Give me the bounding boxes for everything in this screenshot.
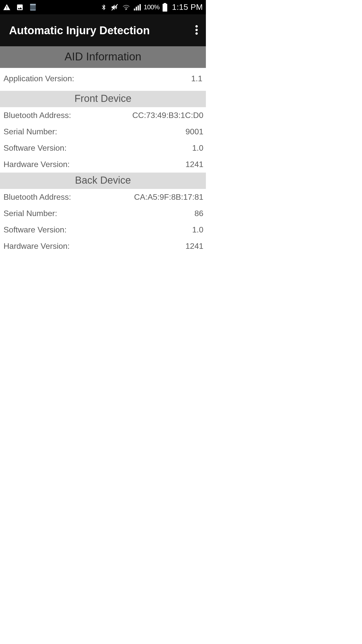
section-header-back-device: Back Device: [0, 173, 206, 189]
wifi-icon: [122, 4, 130, 11]
row-app-version: Application Version: 1.1: [0, 68, 206, 89]
section-header-front-device: Front Device: [0, 91, 206, 107]
status-bar: 100% 1:15 PM: [0, 0, 206, 14]
svg-rect-6: [163, 4, 167, 12]
app-notification-icon: [29, 3, 37, 12]
app-bar: Automatic Injury Detection: [0, 14, 206, 46]
svg-point-9: [195, 29, 198, 31]
bluetooth-icon: [101, 3, 107, 11]
svg-point-8: [195, 25, 198, 28]
label-app-version: Application Version:: [4, 74, 74, 83]
warning-icon: [3, 4, 11, 11]
signal-icon: [133, 4, 141, 11]
status-right: 100% 1:15 PM: [101, 3, 203, 12]
row-front-hw: Hardware Version: 1241: [0, 156, 206, 173]
value-back-serial: 86: [194, 209, 203, 218]
value-front-sw: 1.0: [192, 143, 203, 153]
battery-icon: [162, 3, 167, 12]
label-back-sw: Software Version:: [4, 225, 67, 234]
overflow-menu-button[interactable]: [193, 23, 200, 38]
status-left-icons: [3, 3, 37, 12]
svg-rect-1: [30, 4, 36, 5]
value-front-serial: 9001: [186, 127, 203, 136]
svg-rect-7: [164, 3, 166, 4]
picture-icon: [16, 4, 24, 11]
row-back-sw: Software Version: 1.0: [0, 222, 206, 238]
label-front-bt: Bluetooth Address:: [4, 111, 71, 120]
value-back-hw: 1241: [186, 242, 203, 251]
row-back-hw: Hardware Version: 1241: [0, 238, 206, 254]
svg-rect-3: [30, 7, 36, 8]
svg-point-10: [195, 32, 198, 35]
label-back-bt: Bluetooth Address:: [4, 192, 71, 202]
value-front-hw: 1241: [186, 160, 203, 169]
vibrate-mute-icon: [110, 3, 119, 11]
value-back-bt: CA:A5:9F:8B:17:81: [134, 192, 203, 202]
label-front-serial: Serial Number:: [4, 127, 57, 136]
svg-rect-2: [30, 6, 36, 6]
more-vert-icon: [195, 31, 198, 35]
value-app-version: 1.1: [191, 74, 202, 83]
section-header-aid-info: AID Information: [0, 46, 206, 68]
label-front-sw: Software Version:: [4, 143, 67, 153]
value-front-bt: CC:73:49:B3:1C:D0: [132, 111, 203, 120]
svg-rect-4: [30, 8, 36, 9]
row-front-sw: Software Version: 1.0: [0, 140, 206, 156]
row-front-serial: Serial Number: 9001: [0, 124, 206, 140]
row-back-serial: Serial Number: 86: [0, 205, 206, 222]
row-back-bt: Bluetooth Address: CA:A5:9F:8B:17:81: [0, 189, 206, 205]
label-back-hw: Hardware Version:: [4, 242, 70, 251]
battery-percent-text: 100%: [144, 3, 160, 11]
clock-text: 1:15 PM: [172, 3, 203, 12]
label-front-hw: Hardware Version:: [4, 160, 70, 169]
row-front-bt: Bluetooth Address: CC:73:49:B3:1C:D0: [0, 107, 206, 124]
app-title: Automatic Injury Detection: [9, 24, 150, 37]
label-back-serial: Serial Number:: [4, 209, 57, 218]
value-back-sw: 1.0: [192, 225, 203, 234]
